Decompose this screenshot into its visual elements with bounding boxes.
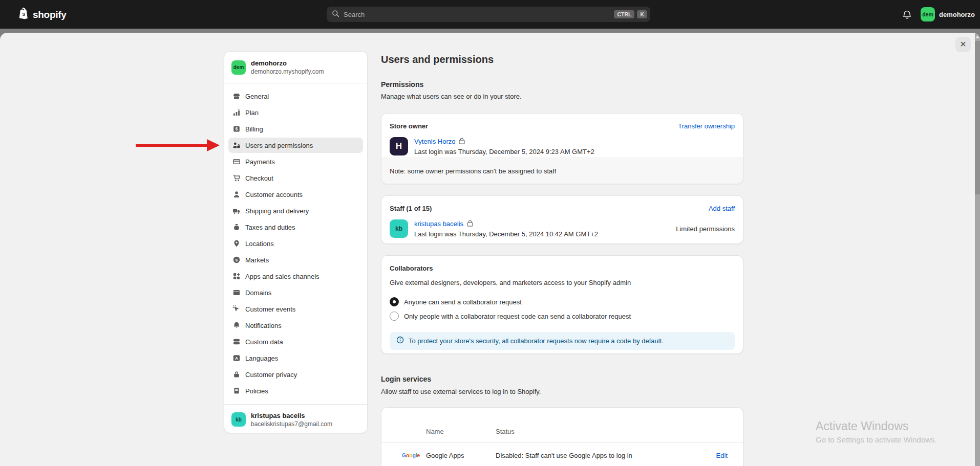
storefront-icon — [232, 92, 241, 100]
collaborators-card: Collaborators Give external designers, d… — [381, 255, 743, 354]
sidebar-item-label: General — [245, 93, 269, 100]
column-name: Name — [426, 420, 496, 442]
sidebar-item-checkout[interactable]: Checkout — [228, 170, 363, 186]
annotation-arrow-head — [207, 139, 220, 151]
svg-text:S: S — [23, 12, 26, 17]
sidebar-item-domains[interactable]: Domains — [228, 285, 363, 300]
document-icon — [232, 387, 241, 395]
collaborators-description: Give external designers, developers, and… — [390, 278, 735, 287]
owner-avatar: H — [390, 137, 408, 156]
sidebar-item-billing[interactable]: $ Billing — [228, 121, 363, 137]
edit-link[interactable]: Edit — [716, 452, 728, 459]
scrollbar-up-arrow[interactable] — [975, 35, 979, 38]
ctrl-key-badge: CTRL — [614, 10, 634, 19]
radio-unselected[interactable] — [390, 312, 399, 321]
windows-activation-watermark: Activate Windows Go to Settings to activ… — [816, 419, 937, 444]
bell-icon — [232, 321, 241, 329]
owner-name-link[interactable]: Vytenis Horzo — [414, 137, 455, 146]
browser-window-icon — [232, 289, 241, 297]
sidebar-item-customer-privacy[interactable]: Customer privacy — [228, 367, 363, 382]
payment-card-icon — [232, 158, 241, 166]
lock-icon — [232, 370, 241, 379]
sidebar-item-label: Markets — [245, 256, 269, 264]
k-key-badge: K — [637, 10, 647, 19]
settings-sidebar: dem demohorzo demohorzo.myshopify.com Ge… — [224, 51, 368, 433]
dollar-card-icon: $ — [232, 125, 241, 133]
search-placeholder: Search — [344, 11, 611, 18]
user-name: demohorzo — [939, 11, 975, 18]
page-title: Users and permissions — [381, 53, 743, 65]
notifications-bell-icon[interactable] — [902, 10, 912, 21]
sidebar-item-apps-and-sales-channels[interactable]: Apps and sales channels — [228, 269, 363, 284]
collaborator-option-anyone[interactable]: Anyone can send a collaborator request — [390, 297, 735, 307]
sidebar-item-general[interactable]: General — [228, 88, 363, 104]
login-services-heading: Login services — [381, 374, 743, 384]
owner-note: Note: some owner permissions can't be as… — [381, 158, 743, 184]
sidebar-item-label: Users and permissions — [245, 142, 313, 149]
sidebar-item-customer-accounts[interactable]: Customer accounts — [228, 187, 363, 202]
table-header-row: Name Status — [381, 408, 743, 442]
svg-text:$: $ — [236, 126, 238, 131]
sidebar-item-payments[interactable]: Payments — [228, 154, 363, 169]
sidebar-item-label: Apps and sales channels — [245, 273, 319, 280]
shopify-wordmark: shopify — [33, 9, 66, 20]
sidebar-user-footer[interactable]: kb kristupas bacelis baceliskristupas7@g… — [224, 404, 367, 434]
shopify-bag-icon: S — [17, 7, 29, 22]
store-avatar: dem — [231, 60, 246, 75]
scrollbar-thumb[interactable] — [975, 41, 980, 194]
user-avatar: dem — [921, 7, 935, 21]
collaborators-heading: Collaborators — [390, 264, 735, 273]
sidebar-item-users-and-permissions[interactable]: Users and permissions — [228, 138, 363, 153]
column-status: Status — [496, 420, 692, 442]
staff-name-link[interactable]: kristupas bacelis — [414, 219, 463, 229]
owner-lock-icon — [459, 137, 465, 146]
google-logo: Google — [402, 452, 426, 458]
sidebar-item-label: Shipping and delivery — [245, 207, 309, 215]
add-staff-link[interactable]: Add staff — [709, 204, 735, 213]
sidebar-item-languages[interactable]: A Languages — [228, 350, 363, 366]
search-input[interactable]: Search CTRL K — [327, 7, 650, 22]
banner-text: To protect your store's security, all co… — [409, 337, 664, 345]
radio-selected[interactable] — [390, 297, 399, 306]
sidebar-item-label: Languages — [245, 354, 278, 362]
sidebar-item-label: Customer accounts — [245, 191, 303, 198]
scrollbar[interactable] — [975, 33, 980, 466]
owner-last-login: Last login was Thursday, December 5, 202… — [414, 148, 594, 156]
transfer-ownership-link[interactable]: Transfer ownership — [678, 122, 735, 131]
sidebar-item-markets[interactable]: $ Markets — [228, 252, 363, 268]
globe-dollar-icon: $ — [232, 256, 241, 264]
user-menu[interactable]: dem demohorzo — [921, 7, 975, 21]
annotation-arrow — [136, 144, 208, 147]
apps-grid-icon — [232, 272, 241, 280]
staff-last-login: Last login was Thursday, December 5, 202… — [414, 230, 598, 238]
login-services-description: Allow staff to use external services to … — [381, 387, 743, 396]
store-owner-heading: Store owner — [390, 122, 428, 131]
staff-lock-icon — [467, 219, 473, 229]
sidebar-item-custom-data[interactable]: Custom data — [228, 334, 363, 349]
permissions-description: Manage what users can see or do in your … — [381, 92, 743, 101]
staff-card: Staff (1 of 15) Add staff kb kristupas b… — [381, 195, 743, 244]
sidebar-item-notifications[interactable]: Notifications — [228, 318, 363, 333]
sidebar-item-taxes-and-duties[interactable]: Taxes and duties — [228, 219, 363, 235]
cart-icon — [232, 174, 241, 182]
money-bag-icon — [232, 223, 241, 231]
staff-email: baceliskristupas7@gmail.com — [251, 420, 332, 428]
store-header[interactable]: dem demohorzo demohorzo.myshopify.com — [224, 52, 367, 83]
sidebar-item-label: Customer privacy — [245, 371, 297, 379]
collaborator-option-code-only[interactable]: Only people with a collaborator request … — [390, 311, 735, 321]
sidebar-item-label: Payments — [245, 158, 275, 166]
staff-avatar: kb — [231, 412, 246, 427]
database-icon — [232, 338, 241, 346]
sidebar-item-locations[interactable]: Locations — [228, 236, 363, 251]
store-domain: demohorzo.myshopify.com — [251, 68, 324, 75]
sidebar-item-policies[interactable]: Policies — [228, 383, 363, 398]
shopify-logo[interactable]: S shopify — [17, 7, 66, 22]
sidebar-item-label: Locations — [245, 240, 274, 248]
sidebar-item-shipping-and-delivery[interactable]: Shipping and delivery — [228, 203, 363, 218]
sidebar-item-plan[interactable]: Plan — [228, 105, 363, 120]
close-icon[interactable]: ✕ — [955, 37, 971, 52]
staff-row-avatar: kb — [390, 219, 408, 238]
settings-modal: ✕ dem demohorzo demohorzo.myshopify.com … — [0, 33, 980, 466]
sidebar-item-customer-events[interactable]: Customer events — [228, 301, 363, 317]
staff-permissions-level: Limited permissions — [676, 225, 735, 233]
